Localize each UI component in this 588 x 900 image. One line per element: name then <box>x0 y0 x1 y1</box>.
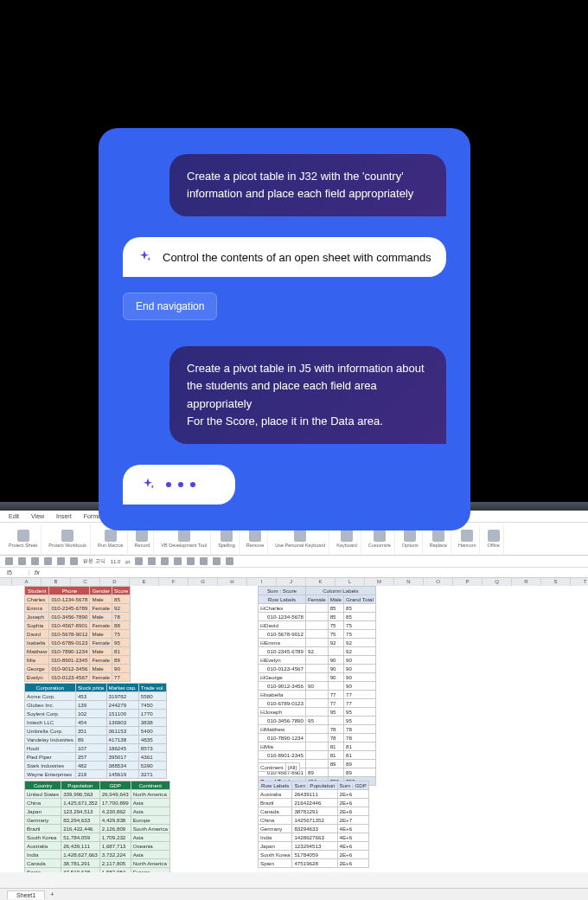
pivot-row[interactable]: South Korea517840592E+6 <box>259 851 369 859</box>
table-header[interactable]: Gender <box>90 587 112 595</box>
col-header[interactable]: F <box>159 578 189 586</box>
col-header[interactable]: O <box>424 578 453 586</box>
table-row[interactable]: Charles010-1234-5678Male85 <box>25 595 131 604</box>
save-icon[interactable] <box>31 557 39 565</box>
table-row[interactable]: Isabella010-6789-0123Female95 <box>25 639 131 647</box>
col-header[interactable]: Q <box>483 578 512 586</box>
font-select[interactable]: 맑은 고딕 <box>83 557 105 565</box>
col-header[interactable]: E <box>130 578 159 586</box>
table-row[interactable]: Germany83,294,6334,429,838Europe <box>25 816 170 825</box>
pivot-subrow[interactable]: 010-8901-23458181 <box>259 751 376 760</box>
italic-icon[interactable] <box>148 557 156 565</box>
fx-label[interactable]: fx <box>29 569 44 575</box>
pivot-row[interactable]: ⊟Evelyn9090 <box>259 656 376 665</box>
table-row[interactable]: Brazil216,422,4462,126,809South America <box>25 825 170 833</box>
table-row[interactable]: Soylent Corp.1021511001770 <box>25 710 167 718</box>
col-header[interactable]: P <box>453 578 483 586</box>
table-header[interactable]: Market cap. <box>106 684 138 692</box>
col-header[interactable]: L <box>336 578 365 586</box>
table-header[interactable]: Student <box>25 587 49 595</box>
table-row[interactable]: Wayne Enterprises2191456193271 <box>25 770 167 779</box>
bold-icon[interactable] <box>135 557 143 565</box>
col-header[interactable]: I <box>247 578 277 586</box>
new-icon[interactable] <box>5 557 13 565</box>
ribbon-protect-sheet[interactable]: Protect Sheet <box>5 524 42 554</box>
pivot-row[interactable]: China14256713522E+7 <box>259 816 369 825</box>
table-row[interactable]: Hooli1071862458573 <box>25 744 167 753</box>
pivot-subrow[interactable]: 010-0123-45679090 <box>259 665 376 673</box>
table-header[interactable]: Score <box>112 587 131 595</box>
pivot-row[interactable]: ⊟George9090 <box>259 673 376 682</box>
table-row[interactable]: United States339,996,56326,949,643North … <box>25 790 170 799</box>
grid-area[interactable]: ABCDEFGHIJKLMNOPQRSTU StudentPhoneGender… <box>0 578 588 872</box>
table-row[interactable]: Pied Piper2573950174361 <box>25 753 167 762</box>
pivot-row[interactable]: Australia264391112E+6 <box>259 790 369 799</box>
pivot-row[interactable]: India14286276634E+6 <box>259 833 369 842</box>
fill-icon[interactable] <box>226 557 233 565</box>
pivot-subrow[interactable]: 010-2345-67899292 <box>259 647 376 656</box>
menu-view[interactable]: View <box>31 513 44 519</box>
table-row[interactable]: Spain47,519,6281,582,054Europe <box>25 868 170 873</box>
col-header[interactable]: C <box>71 578 100 586</box>
pivot-subrow[interactable]: 010-3456-78909595 <box>259 717 376 725</box>
table-header[interactable]: Phone <box>49 587 90 595</box>
pivot-row[interactable]: ⊟Mia8181 <box>259 742 376 751</box>
pivot-row[interactable]: ⊟Emma9292 <box>259 639 376 647</box>
ribbon-protect-workbook[interactable]: Protect Workbook <box>45 524 91 554</box>
table-row[interactable]: George010-9012-3456Male90 <box>25 665 131 673</box>
pivot-row[interactable]: Japan1232945134E+6 <box>259 842 369 851</box>
end-navigation-button[interactable]: End navigation <box>123 292 217 320</box>
table-row[interactable]: Stark Industries4823885345290 <box>25 762 167 770</box>
continent-filter[interactable]: Continent(All) <box>258 762 300 772</box>
table-header[interactable]: Stock price <box>75 684 106 692</box>
border-icon[interactable] <box>213 557 220 565</box>
table-row[interactable]: Globex Inc.1392442797450 <box>25 701 167 710</box>
table-row[interactable]: Emma010-2345-6789Female92 <box>25 604 131 613</box>
table-row[interactable]: Sophia010-4567-8901Female88 <box>25 621 131 630</box>
table-header[interactable]: Trade vol. <box>138 684 166 692</box>
ribbon-office[interactable]: Office <box>483 524 503 554</box>
align-right-icon[interactable] <box>200 557 208 565</box>
table-row[interactable]: Matthew010-7890-1234Male81 <box>25 647 131 656</box>
pivot-row[interactable]: ⊟Joseph9595 <box>259 708 376 717</box>
pivot-subrow[interactable]: 010-6789-01237777 <box>259 699 376 708</box>
table-row[interactable]: Canada38,781,2912,117,805North America <box>25 859 170 868</box>
table-header[interactable]: Population <box>61 781 100 790</box>
table-row[interactable]: Australia26,439,1111,687,713Oceania <box>25 842 170 851</box>
table-row[interactable]: Umbrella Corp.3513611535400 <box>25 727 167 736</box>
pivot-row[interactable]: Canada387812912E+6 <box>259 807 369 816</box>
table-row[interactable]: Evelyn010-0123-4567Female77 <box>25 673 131 682</box>
pivot-row[interactable]: ⊟Charles8585 <box>259 604 376 613</box>
align-left-icon[interactable] <box>174 557 182 565</box>
add-sheet-button[interactable]: + <box>50 891 54 897</box>
pivot-row[interactable]: ⊟Matthew7878 <box>259 725 376 734</box>
cell-reference[interactable]: I5 <box>3 569 29 575</box>
col-header[interactable]: J <box>277 578 306 586</box>
col-header[interactable]: G <box>189 578 218 586</box>
undo-icon[interactable] <box>57 557 65 565</box>
table-row[interactable]: China1,425,671,35217,700,899Asia <box>25 799 170 807</box>
col-header[interactable]: S <box>541 578 571 586</box>
pivot-subrow[interactable]: 010-9012-34569090 <box>259 682 376 691</box>
table-row[interactable]: Initech LLC4541369033838 <box>25 718 167 727</box>
pivot-row[interactable]: ⊟David7575 <box>259 621 376 630</box>
sheet-tab-1[interactable]: Sheet1 <box>7 890 45 899</box>
menu-edit[interactable]: Edit <box>9 513 19 519</box>
table-row[interactable]: India1,428,627,6633,732,224Asia <box>25 851 170 859</box>
pivot-row[interactable]: Spain475196282E+6 <box>259 859 369 868</box>
table-header[interactable]: Continent <box>131 781 169 790</box>
table-header[interactable]: Corporation <box>25 684 76 692</box>
menu-insert[interactable]: Insert <box>56 513 72 519</box>
col-header[interactable]: T <box>571 578 588 586</box>
table-row[interactable]: Japan123,294,5134,230,862Asia <box>25 807 170 816</box>
table-header[interactable]: Country <box>25 781 61 790</box>
col-header[interactable]: A <box>12 578 42 586</box>
table-row[interactable]: David010-5678-9012Male75 <box>25 630 131 639</box>
table-row[interactable]: Vandelay Industries894171384835 <box>25 736 167 744</box>
col-header[interactable]: D <box>100 578 130 586</box>
pivot-subrow[interactable]: 010-7890-12347878 <box>259 734 376 742</box>
underline-icon[interactable] <box>161 557 169 565</box>
pivot-subrow[interactable]: 010-1234-56788585 <box>259 613 376 621</box>
redo-icon[interactable] <box>70 557 78 565</box>
pivot-subrow[interactable]: 010-5678-90127575 <box>259 630 376 639</box>
